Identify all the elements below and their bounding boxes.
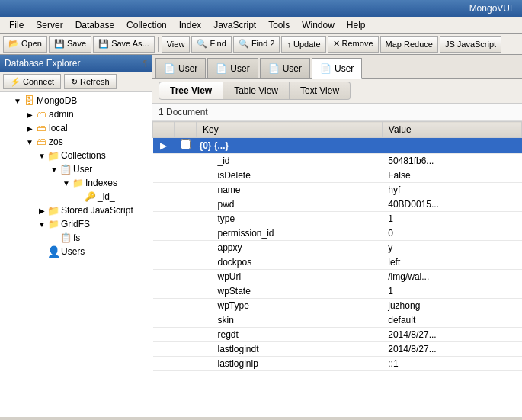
view-tab-text[interactable]: Text View: [290, 82, 351, 100]
table-row[interactable]: permission_id0: [153, 226, 522, 241]
open-button[interactable]: 📂 Open: [3, 36, 47, 53]
col-key-header: Key: [197, 122, 383, 138]
menu-help[interactable]: Help: [341, 18, 372, 32]
table-row[interactable]: lastlogindt2014/8/27...: [153, 342, 522, 357]
save-as-button[interactable]: 💾 Save As...: [93, 36, 155, 53]
right-panel: 📄 User 📄 User 📄 User 📄 User Tree View Ta…: [152, 55, 522, 417]
doc-tab-label-2: User: [230, 63, 249, 74]
key-cell: isDelete: [197, 168, 383, 183]
expand-cell: [153, 284, 175, 299]
checkbox-cell: [175, 197, 197, 212]
map-reduce-button[interactable]: Map Reduce: [380, 36, 438, 53]
col-checkbox: [175, 122, 197, 138]
tree-item-fs[interactable]: ▶ 📋 fs: [0, 231, 152, 245]
refresh-button[interactable]: ↻ Refresh: [64, 74, 117, 89]
table-row[interactable]: wpTypejuzhong: [153, 299, 522, 313]
doc-tab-label-3: User: [283, 63, 302, 74]
checkbox-cell: [175, 226, 197, 241]
doc-tab-icon-2: 📄: [216, 63, 227, 74]
key-cell: dockpos: [197, 255, 383, 270]
folder-icon-storedjs: 📁: [47, 204, 59, 216]
table-row[interactable]: skindefault: [153, 313, 522, 328]
tree-item-id[interactable]: ▶ 🔑 _id_: [0, 190, 152, 204]
menu-server[interactable]: Server: [30, 18, 69, 32]
table-row[interactable]: regdt2014/8/27...: [153, 328, 522, 342]
toolbar: 📂 Open 💾 Save 💾 Save As... View 🔍 Find 🔍…: [0, 34, 522, 55]
database-icon-zos: 🗃: [35, 136, 47, 148]
checkbox-cell: [175, 284, 197, 299]
table-row[interactable]: isDeleteFalse: [153, 168, 522, 183]
javascript-button[interactable]: JS JavaScript: [440, 36, 501, 53]
tree-item-storedjs[interactable]: ▶ 📁 Stored JavaScript: [0, 204, 152, 217]
value-cell: default: [382, 313, 521, 328]
menu-bar: File Server Database Collection Index Ja…: [0, 17, 522, 34]
tree-item-users[interactable]: ▶ 👤 Users: [0, 245, 152, 258]
update-button[interactable]: ↑ Update: [281, 36, 325, 53]
table-row[interactable]: namehyf: [153, 183, 522, 197]
value-cell: 2014/8/27...: [382, 342, 521, 357]
doc-tab-4[interactable]: 📄 User: [312, 58, 362, 79]
key-cell: skin: [197, 313, 383, 328]
checkbox-cell: [175, 212, 197, 226]
table-row[interactable]: ▶{0} {...}: [153, 138, 522, 154]
doc-tab-2[interactable]: 📄 User: [207, 58, 258, 78]
expand-cell: [153, 154, 175, 168]
view-tab-tree[interactable]: Tree View: [159, 82, 223, 100]
menu-file[interactable]: File: [3, 18, 30, 32]
checkbox-cell: [175, 342, 197, 357]
left-panel-header: Database Explorer ¶: [0, 55, 152, 72]
tree-label-gridfs: GridFS: [61, 219, 90, 229]
table-row[interactable]: type1: [153, 212, 522, 226]
pin-icon[interactable]: ¶: [143, 59, 147, 68]
doc-tab-3[interactable]: 📄 User: [260, 58, 310, 78]
menu-window[interactable]: Window: [296, 18, 341, 32]
find2-button[interactable]: 🔍 Find 2: [233, 36, 280, 53]
menu-tools[interactable]: Tools: [262, 18, 296, 32]
tree-label-local: local: [49, 123, 68, 133]
data-table-wrapper[interactable]: Key Value ▶{0} {...}_id50481fb6...isDele…: [152, 121, 522, 417]
expand-cell[interactable]: ▶: [153, 138, 175, 154]
menu-javascript[interactable]: JavaScript: [207, 18, 262, 32]
tree-view: ▼ 🗄 MongoDB ▶ 🗃 admin ▶ 🗃 local: [0, 92, 152, 417]
connect-button[interactable]: ⚡ Connect: [3, 74, 61, 89]
tree-item-gridfs[interactable]: ▼ 📁 GridFS: [0, 217, 152, 231]
value-cell: /img/wal...: [382, 270, 521, 284]
users-icon: 👤: [47, 245, 59, 258]
menu-database[interactable]: Database: [69, 18, 120, 32]
connect-icon: ⚡: [10, 77, 21, 87]
value-cell: ::1: [382, 357, 521, 371]
view-tab-table[interactable]: Table View: [223, 82, 290, 100]
table-row[interactable]: wpUrl/img/wal...: [153, 270, 522, 284]
remove-button[interactable]: ✕ Remove: [328, 36, 379, 53]
tree-item-mongodb[interactable]: ▼ 🗄 MongoDB: [0, 94, 152, 107]
expand-cell: [153, 226, 175, 241]
tree-item-local[interactable]: ▶ 🗃 local: [0, 121, 152, 135]
table-row[interactable]: _id50481fb6...: [153, 154, 522, 168]
key-cell: _id: [197, 154, 383, 168]
doc-tab-label-4: User: [335, 63, 354, 74]
key-cell: lastlogindt: [197, 342, 383, 357]
table-row[interactable]: lastloginip::1: [153, 357, 522, 371]
save-button[interactable]: 💾 Save: [49, 36, 91, 53]
tree-item-user[interactable]: ▼ 📋 User: [0, 162, 152, 176]
menu-index[interactable]: Index: [173, 18, 207, 32]
table-row[interactable]: appxyy: [153, 241, 522, 255]
find-button[interactable]: 🔍 Find: [191, 36, 231, 53]
tree-item-admin[interactable]: ▶ 🗃 admin: [0, 107, 152, 121]
view-button[interactable]: View: [162, 36, 191, 53]
tree-item-indexes[interactable]: ▼ 📁 Indexes: [0, 176, 152, 190]
tree-label-admin: admin: [49, 109, 74, 120]
table-row[interactable]: dockposleft: [153, 255, 522, 270]
table-row[interactable]: pwd40BD0015...: [153, 197, 522, 212]
expand-cell: [153, 212, 175, 226]
key-cell: permission_id: [197, 226, 383, 241]
tree-item-zos[interactable]: ▼ 🗃 zos: [0, 135, 152, 149]
table-row[interactable]: wpState1: [153, 284, 522, 299]
expand-cell: [153, 357, 175, 371]
menu-collection[interactable]: Collection: [120, 18, 173, 32]
tree-item-collections[interactable]: ▼ 📁 Collections: [0, 149, 152, 162]
left-panel: Database Explorer ¶ ⚡ Connect ↻ Refresh …: [0, 55, 152, 417]
tree-label-id: _id_: [98, 191, 115, 202]
value-cell: hyf: [382, 183, 521, 197]
doc-tab-1[interactable]: 📄 User: [155, 58, 206, 78]
